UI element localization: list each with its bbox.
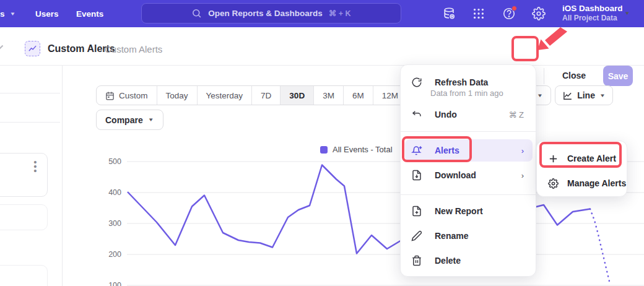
- line-chart-icon: [562, 90, 573, 101]
- app-window: s ▼ Users Events Open Reports & Dashboar…: [0, 0, 644, 286]
- refresh-icon: [411, 77, 422, 88]
- range-custom[interactable]: Custom: [97, 86, 157, 105]
- divider: [544, 68, 544, 84]
- compare-button[interactable]: Compare ▼: [96, 110, 163, 130]
- range-7d[interactable]: 7D: [252, 86, 281, 105]
- svg-text:100: 100: [108, 281, 121, 286]
- sidebar-card[interactable]: [0, 153, 48, 197]
- nav-item-partial[interactable]: s ▼: [0, 0, 15, 27]
- data-management-icon[interactable]: [443, 7, 456, 20]
- submenu-item-manage-alerts[interactable]: Manage Alerts: [541, 172, 624, 194]
- menu-separator: [401, 194, 537, 195]
- legend-label: All Events - Total: [333, 145, 393, 154]
- date-range-control: Custom Today Yesterday 7D 30D 3M 6M 12M: [96, 85, 407, 105]
- new-report-icon: [411, 206, 422, 217]
- plus-icon: [548, 154, 559, 164]
- search-shortcut: ⌘ + K: [329, 9, 351, 18]
- report-thumbnail-icon: [25, 41, 40, 56]
- legend-swatch: [320, 146, 328, 154]
- chart-type-button[interactable]: Line ▼: [555, 85, 613, 105]
- range-30d-selected[interactable]: 30D: [281, 86, 314, 105]
- notification-dot: [511, 6, 517, 11]
- menu-item-download[interactable]: Download ›: [405, 164, 533, 186]
- report-header: Custom Alerts Custom Alerts GV Duplicate…: [0, 27, 644, 66]
- close-button[interactable]: Close: [562, 71, 586, 80]
- svg-text:400: 400: [108, 188, 121, 197]
- trash-icon: [411, 255, 422, 266]
- chart-legend[interactable]: All Events - Total: [320, 145, 393, 154]
- nav-item-events[interactable]: Events: [76, 0, 103, 27]
- gear-icon: [548, 178, 559, 189]
- menu-item-rename[interactable]: Rename: [405, 225, 533, 247]
- sidebar-divider: [0, 122, 60, 123]
- calendar-icon: [105, 91, 115, 100]
- alert-bell-icon: [411, 145, 422, 156]
- nav-item-users[interactable]: Users: [35, 0, 59, 27]
- top-navbar: s ▼ Users Events Open Reports & Dashboar…: [0, 0, 644, 27]
- undo-icon: [411, 109, 422, 120]
- more-options-menu: Refresh Data Data from 1 min ago Undo ⌘ …: [400, 64, 536, 277]
- kebab-menu-icon[interactable]: •••: [31, 160, 40, 172]
- chevron-right-icon: ›: [521, 171, 524, 180]
- menu-item-delete[interactable]: Delete: [405, 249, 533, 272]
- apps-grid-icon[interactable]: [472, 7, 485, 20]
- menu-separator: [401, 131, 537, 132]
- menu-item-new-report[interactable]: New Report: [405, 200, 533, 222]
- menu-item-alerts[interactable]: Alerts ›: [405, 139, 533, 162]
- refresh-data-subtext: Data from 1 min ago: [430, 89, 503, 98]
- alerts-submenu: Create Alert Manage Alerts: [536, 141, 627, 197]
- svg-text:500: 500: [108, 157, 121, 166]
- search-icon: [191, 8, 202, 19]
- chevron-right-icon: ›: [521, 146, 524, 155]
- pencil-icon: [411, 230, 422, 241]
- range-6m[interactable]: 6M: [344, 86, 373, 105]
- svg-text:200: 200: [108, 250, 121, 259]
- range-yesterday[interactable]: Yesterday: [198, 86, 253, 105]
- range-3m[interactable]: 3M: [314, 86, 344, 105]
- breadcrumb: Custom Alerts: [105, 44, 162, 54]
- svg-text:300: 300: [108, 219, 121, 228]
- chevron-down-icon: ▼: [599, 93, 606, 98]
- edge-mark: [0, 45, 3, 50]
- range-today[interactable]: Today: [157, 86, 198, 105]
- submenu-item-create-alert[interactable]: Create Alert: [541, 147, 624, 170]
- help-icon[interactable]: [502, 7, 516, 20]
- sidebar-card[interactable]: [0, 204, 48, 230]
- menu-item-undo[interactable]: Undo ⌘ Z: [405, 103, 533, 126]
- nav-partial-label: s: [0, 9, 5, 19]
- search-input[interactable]: Open Reports & Dashboards ⌘ + K: [141, 3, 401, 24]
- chevron-down-icon: ▼: [624, 11, 630, 16]
- sidebar-divider: [0, 93, 60, 93]
- download-icon: [411, 170, 422, 181]
- undo-shortcut: ⌘ Z: [508, 110, 524, 119]
- chevron-down-icon: ▼: [10, 11, 16, 17]
- search-placeholder: Open Reports & Dashboards: [208, 9, 323, 18]
- chevron-down-icon: ▼: [537, 93, 543, 98]
- sidebar-card[interactable]: [0, 265, 48, 286]
- chevron-down-icon: ▼: [148, 117, 154, 123]
- settings-icon[interactable]: [532, 7, 546, 20]
- content-divider: [62, 66, 63, 286]
- save-button[interactable]: Save: [603, 66, 633, 86]
